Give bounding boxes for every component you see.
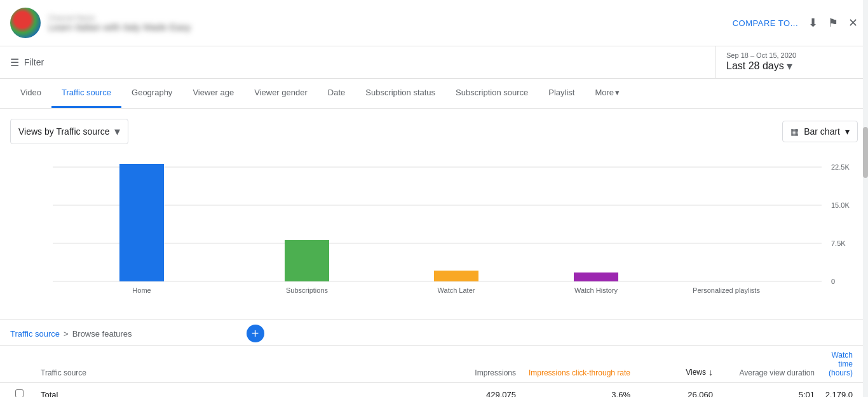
chart-type-arrow: ▾ [845, 126, 850, 137]
scrollbar-track[interactable] [863, 0, 868, 397]
svg-text:Personalized playlists: Personalized playlists [693, 286, 760, 294]
avatar [10, 8, 41, 38]
svg-text:22.5K: 22.5K [831, 163, 850, 171]
tabs-bar: Video Traffic source Geography Viewer ag… [0, 79, 868, 109]
tab-viewer-gender[interactable]: Viewer gender [244, 79, 318, 108]
sort-arrow-icon: ↓ [709, 367, 713, 377]
svg-text:Subscriptions: Subscriptions [286, 286, 329, 294]
breadcrumb-traffic-source-link[interactable]: Traffic source [10, 329, 60, 339]
scrollbar-thumb[interactable] [863, 127, 868, 178]
header-actions: COMPARE TO... ⬇ ⚑ ✕ [733, 16, 858, 30]
th-avg-duration: Average view duration [718, 368, 820, 377]
tab-playlist[interactable]: Playlist [538, 79, 585, 108]
bar-chart-icon: ▦ [790, 126, 799, 137]
table-header: Traffic source Impressions Impressions c… [0, 345, 868, 383]
th-traffic-source: Traffic source [36, 368, 438, 377]
th-views[interactable]: Views ↓ [635, 367, 718, 377]
th-ctr: Impressions click-through rate [521, 368, 635, 377]
tab-geography[interactable]: Geography [121, 79, 182, 108]
date-selector[interactable]: Sep 18 – Oct 15, 2020 Last 28 days ▾ [715, 46, 868, 78]
tab-subscription-status[interactable]: Subscription status [355, 79, 445, 108]
tab-date[interactable]: Date [318, 79, 355, 108]
row-impressions: 429,075 [438, 390, 521, 398]
tab-video[interactable]: Video [10, 79, 51, 108]
chart-section: Views by Traffic source ▾ ▦ Bar chart ▾ … [0, 109, 868, 319]
svg-text:Watch Later: Watch Later [438, 286, 475, 294]
svg-text:15.0K: 15.0K [831, 201, 850, 209]
tab-traffic-source[interactable]: Traffic source [51, 79, 121, 108]
date-range: Sep 18 – Oct 15, 2020 [726, 51, 858, 59]
video-title: Learn Italian with Italy Made Easy [48, 22, 191, 32]
chart-type-button[interactable]: ▦ Bar chart ▾ [782, 121, 858, 142]
more-chevron-icon: ▾ [615, 88, 620, 97]
row-checkbox[interactable] [15, 389, 24, 397]
metric-dropdown[interactable]: Views by Traffic source ▾ [10, 119, 128, 144]
svg-rect-14 [574, 273, 618, 281]
th-watch-time: Watch time (hours) [820, 351, 858, 377]
row-ctr: 3.6% [521, 390, 635, 398]
row-check[interactable] [10, 389, 36, 397]
chart-controls: Views by Traffic source ▾ ▦ Bar chart ▾ [10, 119, 858, 144]
svg-text:7.5K: 7.5K [831, 239, 846, 247]
channel-name: Channel Name [48, 14, 191, 22]
row-label: Total [36, 390, 438, 398]
filter-left: ☰ Filter [0, 50, 715, 75]
row-watch-time: 2,179.0 [820, 390, 858, 398]
svg-text:0: 0 [831, 278, 835, 285]
filter-label[interactable]: Filter [24, 57, 44, 67]
tab-more[interactable]: More ▾ [585, 79, 630, 108]
close-icon[interactable]: ✕ [848, 16, 858, 30]
download-icon[interactable]: ⬇ [808, 16, 818, 30]
row-avg-duration: 5:01 [718, 390, 820, 398]
add-metric-button[interactable]: + [247, 325, 264, 342]
svg-rect-12 [434, 271, 478, 281]
chart-type-label: Bar chart [804, 126, 840, 137]
metric-dropdown-arrow: ▾ [114, 124, 120, 138]
metric-label: Views by Traffic source [18, 126, 109, 137]
bar-chart: 22.5K 15.0K 7.5K 0 Home Subscriptions Wa… [10, 154, 858, 309]
table-section: Traffic source > Browse features + Traff… [0, 319, 868, 397]
svg-rect-8 [119, 164, 164, 281]
date-preset: Last 28 days ▾ [726, 59, 858, 73]
filter-date-bar: ☰ Filter Sep 18 – Oct 15, 2020 Last 28 d… [0, 46, 868, 79]
th-impressions: Impressions [438, 368, 521, 377]
svg-rect-10 [285, 240, 329, 281]
tab-subscription-source[interactable]: Subscription source [445, 79, 538, 108]
tab-viewer-age[interactable]: Viewer age [182, 79, 244, 108]
compare-button[interactable]: COMPARE TO... [733, 18, 798, 28]
svg-text:Watch History: Watch History [574, 286, 618, 294]
table-row: Total 429,075 3.6% 26,060 5:01 2,179.0 [0, 383, 868, 397]
date-dropdown-icon[interactable]: ▾ [787, 59, 792, 73]
breadcrumb-current: Browse features [72, 329, 132, 339]
svg-text:Home: Home [132, 286, 151, 294]
row-views: 26,060 [635, 390, 718, 398]
header: Channel Name Learn Italian with Italy Ma… [0, 0, 868, 46]
header-title-block: Channel Name Learn Italian with Italy Ma… [48, 14, 191, 32]
filter-icon[interactable]: ☰ [10, 57, 19, 69]
breadcrumb-separator: > [64, 329, 69, 339]
flag-icon[interactable]: ⚑ [828, 16, 838, 30]
